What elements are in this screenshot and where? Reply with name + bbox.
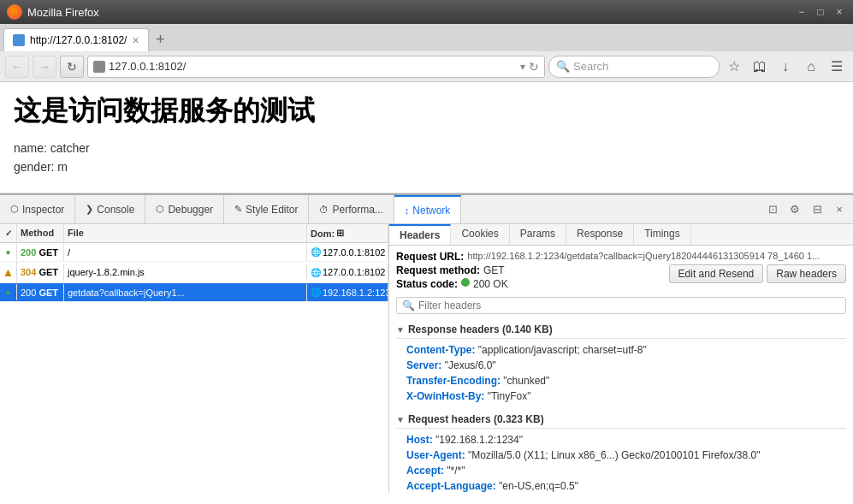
tab-style-editor-label: Style Editor bbox=[246, 204, 298, 216]
detail-tab-cookies[interactable]: Cookies bbox=[451, 224, 509, 245]
req-header-useragent-value: "Mozilla/5.0 (X11; Linux x86_6...) Gecko… bbox=[468, 449, 760, 461]
close-button[interactable]: × bbox=[832, 6, 846, 18]
row2-file: jquery-1.8.2.min.js bbox=[64, 264, 307, 281]
row2-method: GET bbox=[39, 267, 58, 277]
titlebar-title: Mozilla Firefox bbox=[27, 6, 99, 19]
page-content: 这是访问数据服务的测试 name: catcher gender: m bbox=[0, 82, 853, 193]
response-headers-section: ▼ Response headers (0.140 KB) Content-Ty… bbox=[396, 321, 846, 404]
back-button[interactable]: ← bbox=[5, 56, 29, 78]
forward-button[interactable]: → bbox=[33, 56, 56, 78]
header-x-owinhost-value: "TinyFox" bbox=[488, 390, 531, 402]
header-server-value: "Jexus/6.0" bbox=[445, 359, 496, 371]
table-row[interactable]: ▲ 304 GET jquery-1.8.2.min.js 🌐 127.0.0.… bbox=[0, 262, 388, 283]
toolbar-spacer bbox=[461, 195, 759, 223]
bookmark-star-icon[interactable]: ☆ bbox=[723, 56, 745, 78]
tab-close-button[interactable]: × bbox=[132, 33, 139, 47]
row1-domain-text: 127.0.0.1:8102 bbox=[323, 247, 385, 258]
page-line1: name: catcher bbox=[14, 139, 839, 157]
status-indicator bbox=[461, 278, 470, 287]
browser-tab[interactable]: http://127.0.0.1:8102/ × bbox=[3, 28, 149, 51]
tabbar: http://127.0.0.1:8102/ × + bbox=[0, 24, 853, 51]
filter-headers-input[interactable] bbox=[418, 299, 840, 311]
devtools-split-button[interactable]: ⊟ bbox=[807, 199, 827, 220]
req-method-status: Request method: GET Status code: 200 OK bbox=[396, 264, 508, 292]
row1-domain-icon: 🌐 bbox=[311, 247, 321, 257]
list-item: Accept: "*/*" bbox=[396, 463, 846, 478]
row2-status-icon: ▲ bbox=[0, 262, 17, 282]
detail-tab-headers[interactable]: Headers bbox=[389, 224, 451, 245]
req-header-accept-name: Accept: bbox=[406, 465, 444, 477]
list-item: Content-Type: "application/javascript; c… bbox=[396, 342, 846, 358]
console-icon: ❯ bbox=[86, 204, 93, 215]
devtools-close-button[interactable]: × bbox=[829, 199, 850, 220]
tab-debugger[interactable]: ⬡ Debugger bbox=[145, 195, 224, 223]
tab-favicon bbox=[13, 34, 25, 46]
row1-method: GET bbox=[39, 247, 58, 258]
tab-console-label: Console bbox=[97, 204, 134, 216]
header-content-type-value: "application/javascript; charset=utf-8" bbox=[478, 344, 647, 356]
row2-status-code: 304 bbox=[21, 267, 36, 277]
request-url-row: Request URL: http://192.168.1.2:1234/get… bbox=[396, 251, 846, 263]
location-text: 127.0.0.1:8102/ bbox=[109, 60, 517, 73]
edit-and-resend-button[interactable]: Edit and Resend bbox=[669, 264, 764, 283]
devtools-dock-button[interactable]: ⊡ bbox=[762, 199, 783, 220]
request-headers-arrow: ▼ bbox=[396, 415, 405, 424]
tab-style-editor[interactable]: ✎ Style Editor bbox=[224, 195, 309, 223]
tab-network[interactable]: ↕ Network bbox=[394, 195, 462, 223]
raw-headers-button[interactable]: Raw headers bbox=[767, 264, 846, 283]
header-content-type-name: Content-Type: bbox=[406, 344, 475, 356]
list-item: Transfer-Encoding: "chunked" bbox=[396, 373, 846, 388]
tab-console[interactable]: ❯ Console bbox=[75, 195, 145, 223]
devtools-settings-button[interactable]: ⚙ bbox=[785, 199, 805, 220]
row3-domain-text: 192.168.1.2:123 bbox=[323, 288, 389, 298]
bookmark-open-icon[interactable]: 🕮 bbox=[749, 56, 771, 78]
search-bar[interactable]: 🔍 Search bbox=[548, 56, 720, 78]
firefox-logo bbox=[7, 4, 22, 20]
restore-button[interactable]: □ bbox=[814, 6, 827, 18]
page-line2: gender: m bbox=[14, 157, 839, 176]
detail-tab-timings[interactable]: Timings bbox=[634, 224, 691, 245]
req-header-host-name: Host: bbox=[406, 434, 433, 446]
row1-status: 200 GET bbox=[17, 244, 64, 261]
request-summary: Request URL: http://192.168.1.2:1234/get… bbox=[396, 251, 846, 292]
header-transfer-encoding-name: Transfer-Encoding: bbox=[406, 375, 501, 387]
location-favicon bbox=[93, 61, 105, 73]
tab-label: http://127.0.0.1:8102/ bbox=[30, 34, 127, 46]
devtools-main: ✓ Method File Dom: ⊞ ● 200 GET / 🌐 127.0 bbox=[0, 224, 853, 493]
menu-icon[interactable]: ☰ bbox=[826, 56, 848, 78]
request-method-row: Request method: GET bbox=[396, 264, 508, 276]
detail-tab-response[interactable]: Response bbox=[566, 224, 634, 245]
table-row[interactable]: ● 200 GET / 🌐 127.0.0.1:8102 bbox=[0, 243, 388, 262]
header-x-owinhost-name: X-OwinHost-By: bbox=[406, 390, 484, 402]
row3-status-icon: ● bbox=[0, 284, 17, 300]
location-refresh-icon[interactable]: ↻ bbox=[529, 60, 539, 74]
style-editor-icon: ✎ bbox=[234, 204, 242, 215]
list-item: Host: "192.168.1.2:1234" bbox=[396, 432, 846, 448]
new-tab-button[interactable]: + bbox=[149, 27, 173, 51]
minimize-button[interactable]: − bbox=[795, 6, 809, 18]
detail-tab-params[interactable]: Params bbox=[510, 224, 566, 245]
home-icon[interactable]: ⌂ bbox=[800, 56, 822, 78]
list-item: X-OwinHost-By: "TinyFox" bbox=[396, 388, 846, 404]
request-headers-toggle[interactable]: ▼ Request headers (0.323 KB) bbox=[396, 411, 846, 429]
req-header-accept-value: "*/*" bbox=[447, 465, 465, 477]
tab-debugger-label: Debugger bbox=[168, 204, 213, 216]
table-row[interactable]: ● 200 GET getdata?callback=jQuery1... 🌐 … bbox=[0, 283, 388, 302]
response-headers-toggle[interactable]: ▼ Response headers (0.140 KB) bbox=[396, 321, 846, 339]
list-item: Accept-Language: "en-US,en;q=0.5" bbox=[396, 478, 846, 493]
debugger-icon: ⬡ bbox=[156, 204, 164, 215]
response-headers-label: Response headers (0.140 KB) bbox=[408, 323, 553, 335]
reload-button[interactable]: ↻ bbox=[60, 56, 84, 78]
tab-performance-label: Performa... bbox=[332, 204, 382, 216]
network-detail: Headers Cookies Params Response Timings bbox=[389, 224, 853, 493]
filter-bar[interactable]: 🔍 bbox=[396, 297, 846, 314]
location-bar[interactable]: 127.0.0.1:8102/ ▾ ↻ bbox=[87, 56, 545, 78]
request-url-value: http://192.168.1.2:1234/getdata?callback… bbox=[467, 251, 846, 263]
tab-performance[interactable]: ⏱ Performa... bbox=[309, 195, 394, 223]
network-list-header: ✓ Method File Dom: ⊞ bbox=[0, 224, 388, 243]
tab-inspector[interactable]: ⬡ Inspector bbox=[0, 195, 75, 223]
col-domain-expand-icon[interactable]: ⊞ bbox=[336, 228, 344, 239]
location-dropdown-icon[interactable]: ▾ bbox=[520, 61, 525, 73]
row1-file: / bbox=[64, 244, 307, 261]
download-icon[interactable]: ↓ bbox=[774, 56, 797, 78]
